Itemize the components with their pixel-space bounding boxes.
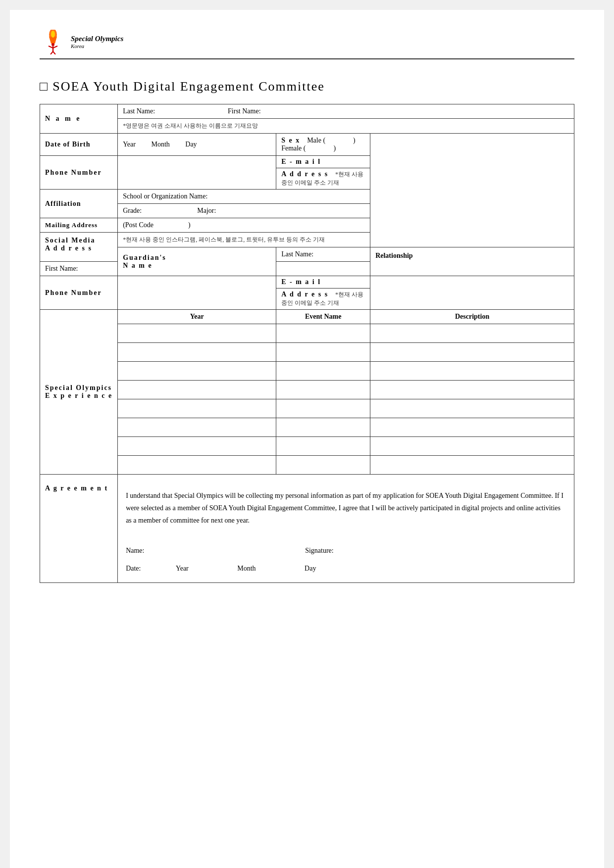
page-title: □ SOEA Youth Digital Engagement Committe… — [40, 79, 574, 94]
guardian-phone-field[interactable] — [118, 276, 276, 310]
brand-name: Special Olympics — [71, 34, 123, 43]
guardian-email-label: E - m a i l — [281, 278, 321, 286]
phone-field[interactable] — [118, 156, 276, 190]
agreement-label: A g r e e m e n t — [40, 475, 118, 583]
exp-year-7[interactable] — [118, 437, 276, 456]
guardian-row: Guardian's N a m e Last Name: Relationsh… — [40, 247, 574, 262]
exp-year-5[interactable] — [118, 399, 276, 418]
year-label: Year — [123, 141, 136, 148]
exp-row-1 — [40, 324, 574, 343]
guardian-label: Guardian's N a m e — [118, 247, 276, 276]
exp-event-header: Event Name — [276, 310, 370, 324]
sign-signature-label: Signature: — [305, 547, 334, 555]
exp-event-4[interactable] — [276, 381, 370, 399]
phone-row: Phone Number E - m a i l — [40, 156, 574, 168]
month-label: Month — [151, 141, 169, 148]
exp-desc-8[interactable] — [370, 456, 574, 475]
exp-event-2[interactable] — [276, 343, 370, 362]
exp-desc-3[interactable] — [370, 362, 574, 381]
postcode-label: (Post Code — [123, 221, 154, 229]
male-option: Male ( — [307, 137, 325, 144]
exp-row-7 — [40, 437, 574, 456]
exp-event-8[interactable] — [276, 456, 370, 475]
exp-row-4 — [40, 381, 574, 399]
guardian-last-field: Last Name: — [276, 247, 370, 262]
exp-desc-4[interactable] — [370, 381, 574, 399]
logo-icon — [40, 30, 67, 54]
name-row: N a m e Last Name: First Name: — [40, 104, 574, 119]
exp-year-6[interactable] — [118, 418, 276, 437]
sign-day-label: Day — [305, 565, 316, 573]
exp-event-6[interactable] — [276, 418, 370, 437]
guardian-email-label-cell: E - m a i l — [276, 276, 370, 289]
form-table: N a m e Last Name: First Name: *영문명은 여권 … — [40, 104, 574, 583]
guardian-name-label: N a m e — [123, 262, 271, 270]
exp-row-3 — [40, 362, 574, 381]
sex-fields: S e x Male ( ) Female ( ) — [276, 134, 370, 156]
logo-text: Special Olympics Korea — [71, 34, 123, 49]
name-fields-row1: Last Name: First Name: — [118, 104, 574, 119]
exp-desc-7[interactable] — [370, 437, 574, 456]
guardian-first-field: First Name: — [40, 262, 118, 276]
agreement-row: A g r e e m e n t I understand that Spec… — [40, 475, 574, 583]
header: Special Olympics Korea — [40, 30, 574, 59]
dob-fields: Year Month Day — [118, 134, 276, 156]
grade-major-field: Grade: Major: — [118, 204, 370, 218]
affiliation-row1: Affiliation School or Organization Name: — [40, 190, 574, 204]
sign-date-line: Date: Year Month Day — [126, 565, 566, 573]
sign-date-label: Date: — [126, 565, 141, 573]
female-close: ) — [334, 145, 336, 152]
exp-label1: Special Olympics — [45, 384, 112, 392]
relationship-field[interactable] — [375, 262, 569, 272]
svg-line-7 — [51, 51, 53, 54]
dob-row: Date of Birth Year Month Day S e x Male … — [40, 134, 574, 156]
exp-desc-1[interactable] — [370, 324, 574, 343]
guardian-phone-row: Phone Number E - m a i l — [40, 276, 574, 289]
exp-year-header: Year — [118, 310, 276, 324]
experience-row: Special Olympics E x p e r i e n c e Yea… — [40, 310, 574, 324]
agreement-content: I understand that Special Olympics will … — [118, 475, 574, 583]
relationship-cell: Relationship — [370, 247, 574, 276]
exp-event-3[interactable] — [276, 362, 370, 381]
exp-event-1[interactable] — [276, 324, 370, 343]
svg-line-8 — [53, 51, 55, 54]
postcode-close: ) — [188, 221, 191, 229]
email-label: E - m a i l — [281, 158, 321, 165]
exp-year-8[interactable] — [118, 456, 276, 475]
name-label: N a m e — [40, 104, 118, 134]
social-label-line2: A d d r e s s — [45, 244, 112, 252]
title-section: □ SOEA Youth Digital Engagement Committe… — [40, 79, 574, 94]
phone-label: Phone Number — [40, 156, 118, 190]
social-label-line1: Social Media — [45, 237, 112, 244]
exp-year-1[interactable] — [118, 324, 276, 343]
email-row1: E - m a i l — [276, 156, 370, 168]
exp-desc-6[interactable] — [370, 418, 574, 437]
exp-row-6 — [40, 418, 574, 437]
exp-desc-5[interactable] — [370, 399, 574, 418]
school-label: School or Organization Name: — [123, 193, 207, 200]
exp-year-3[interactable] — [118, 362, 276, 381]
email-addr-cell: A d d r e s s *현재 사용 중인 이메일 주소 기재 — [276, 168, 370, 190]
agreement-text: I understand that Special Olympics will … — [126, 484, 566, 532]
exp-event-7[interactable] — [276, 437, 370, 456]
sign-name-line: Name: Signature: — [126, 547, 566, 555]
exp-row-8 — [40, 456, 574, 475]
svg-point-3 — [51, 43, 54, 46]
name-note-row: *영문명은 여권 소재시 사용하는 이름으로 기재요망 — [40, 119, 574, 134]
exp-desc-2[interactable] — [370, 343, 574, 362]
exp-year-4[interactable] — [118, 381, 276, 399]
grade-label: Grade: — [123, 207, 142, 214]
experience-label: Special Olympics E x p e r i e n c e — [40, 310, 118, 475]
sign-name-label: Name: — [126, 547, 144, 555]
sign-year-label: Year — [176, 565, 189, 573]
day-label: Day — [185, 141, 197, 148]
social-media-label: Social Media A d d r e s s — [40, 233, 118, 262]
social-row1: Social Media A d d r e s s *현재 사용 중인 인스타… — [40, 233, 574, 247]
exp-row-5 — [40, 399, 574, 418]
exp-desc-header: Description — [370, 310, 574, 324]
exp-event-5[interactable] — [276, 399, 370, 418]
affiliation-label: Affiliation — [40, 190, 118, 218]
last-name-label: Last Name: — [123, 107, 155, 115]
svg-marker-1 — [49, 37, 57, 44]
exp-year-2[interactable] — [118, 343, 276, 362]
